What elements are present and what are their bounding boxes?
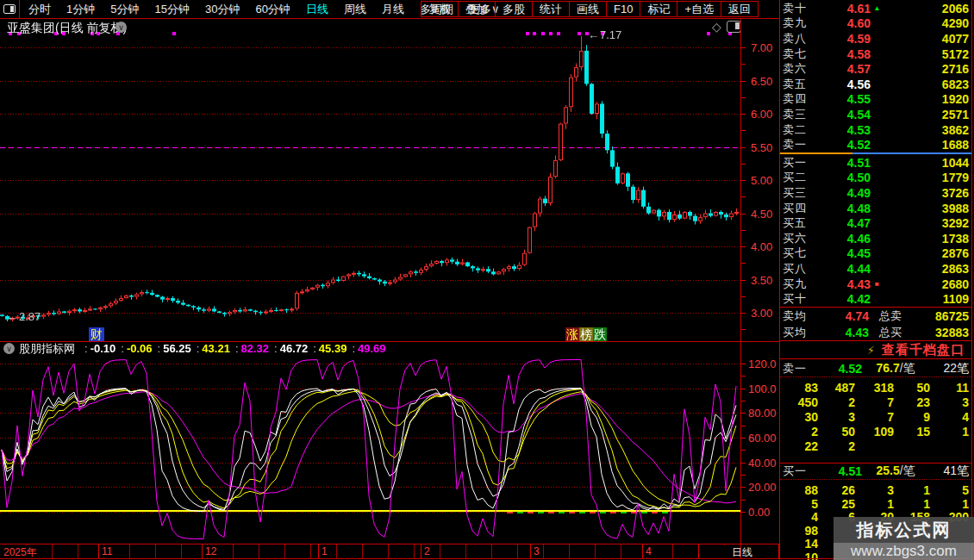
orderbook-row-卖一[interactable]: 卖一4.521688 (780, 137, 971, 152)
level-label: 卖九 (783, 16, 819, 31)
buy-levels: 买一4.511044买二4.501779买三4.493726买四4.483988… (780, 155, 971, 307)
level-volume: 4077 (883, 32, 971, 46)
queue-cell: 450 (780, 395, 818, 410)
queue-cell: 9 (894, 410, 930, 425)
time-tick (465, 544, 466, 558)
axis-tick (741, 280, 746, 281)
queue-cell: 30 (780, 410, 818, 425)
chevron-glyph: ∨ (6, 345, 12, 353)
orderbook-row-买七[interactable]: 买七4.452876 (780, 246, 971, 262)
level-label: 买二 (783, 170, 819, 185)
queue-cell: 3 (930, 395, 969, 410)
orderbook-row-买三[interactable]: 买三4.493726 (780, 185, 971, 201)
price-tick-label: 4.00 (751, 240, 772, 253)
diamond-icon[interactable]: ◇ (712, 20, 721, 34)
axis-tick (741, 81, 746, 82)
indicator-value: 46.72 (280, 342, 309, 355)
tool-button-标记[interactable]: 标记 (640, 1, 677, 17)
indicator-tick-label: 80.00 (748, 407, 777, 420)
queue-cell: 50 (894, 381, 930, 395)
queue-row: 222 (780, 439, 971, 454)
orderbook-row-卖四[interactable]: 卖四4.551920 (780, 92, 971, 108)
orderbook-row-卖七[interactable]: 卖七4.585172 (780, 47, 971, 62)
menu-item-日线[interactable]: 日线 (298, 2, 336, 17)
level-price: 4.45 (819, 246, 871, 260)
tool-button-返回[interactable]: 返回 (721, 1, 759, 17)
order-book-panel: 卖十4.61▲2066卖九4.604290卖八4.594077卖七4.58517… (780, 0, 971, 560)
ticker-cai-label[interactable]: 财 (89, 327, 104, 341)
axis-tick (741, 196, 746, 197)
indicator-value: -0.10 (91, 342, 116, 355)
level-label: 卖三 (783, 107, 819, 122)
buy-queue-header: 买一 4.51 25.5/笔 41笔 (780, 464, 971, 480)
queue-cell: 487 (818, 381, 855, 395)
window-icon[interactable] (0, 0, 20, 18)
axis-divider (0, 544, 780, 544)
tool-button-多股[interactable]: 多股 (495, 1, 533, 17)
tool-button-复权[interactable]: 复权 (421, 1, 459, 17)
level-price: 4.57 (819, 62, 871, 76)
axis-tick (741, 450, 746, 451)
menu-item-60分钟[interactable]: 60分钟 (247, 2, 297, 17)
indicator-chart[interactable] (0, 355, 741, 544)
main-candlestick-chart[interactable] (0, 34, 741, 342)
orderbook-row-卖九[interactable]: 卖九4.604290 (780, 16, 971, 32)
thousand-tier-link[interactable]: 查看千档盘口 (882, 342, 965, 358)
orderbook-row-卖三[interactable]: 卖三4.542571 (780, 107, 971, 122)
menu-item-周线[interactable]: 周线 (336, 2, 374, 17)
level-price: 4.58 (819, 47, 871, 61)
ticker-rank-label[interactable]: 涨榜跌 (565, 327, 607, 341)
tool-button-F10[interactable]: F10 (606, 1, 640, 17)
menu-item-5分钟[interactable]: 5分钟 (103, 2, 147, 17)
month-tick (642, 544, 643, 558)
orderbook-row-卖五[interactable]: 卖五4.566823 (780, 77, 971, 92)
level-volume: 2066 (883, 2, 971, 16)
tool-button-叠加[interactable]: 叠加 (458, 1, 496, 17)
chevron-down-icon[interactable]: ∨ (116, 22, 127, 33)
tool-button-画线[interactable]: 画线 (569, 1, 607, 17)
tool-button-统计[interactable]: 统计 (532, 1, 570, 17)
orderbook-row-买九[interactable]: 买九4.43■2680 (780, 277, 971, 292)
orderbook-row-买六[interactable]: 买六4.461738 (780, 231, 971, 246)
queue-cell: 3 (855, 483, 894, 497)
time-tick (336, 544, 337, 558)
price-tick-label: 3.50 (751, 274, 772, 287)
menu-item-30分钟[interactable]: 30分钟 (197, 2, 247, 17)
queue-cell: 2 (818, 395, 855, 410)
axis-tick (741, 164, 746, 165)
low-value: 2.87 (19, 310, 41, 323)
orderbook-row-卖十[interactable]: 卖十4.61▲2066 (780, 1, 971, 16)
menu-item-1分钟[interactable]: 1分钟 (59, 2, 103, 17)
low-annotation: ←2.87 (7, 310, 41, 323)
orderbook-row-买一[interactable]: 买一4.511044 (780, 155, 971, 171)
month-tick (202, 544, 203, 558)
menu-item-分时[interactable]: 分时 (21, 2, 59, 17)
level-volume: 1779 (883, 171, 971, 184)
page-title: 亚盛集团(日线 前复权) (7, 21, 127, 36)
orderbook-row-买八[interactable]: 买八4.442863 (780, 261, 971, 277)
orderbook-row-买四[interactable]: 买四4.483988 (780, 201, 971, 216)
orderbook-row-买十[interactable]: 买十4.421109 (780, 291, 971, 307)
chart-header: 亚盛集团(日线 前复权) ∨ ◇ (0, 19, 740, 34)
level-label: 卖七 (783, 47, 819, 62)
level-label: 买四 (783, 201, 819, 216)
level-label: 卖八 (783, 31, 819, 47)
level-volume: 3988 (883, 202, 971, 215)
time-tick (621, 544, 621, 558)
menu-item-月线[interactable]: 月线 (374, 2, 412, 17)
orderbook-row-卖八[interactable]: 卖八4.594077 (780, 31, 971, 47)
menu-item-15分钟[interactable]: 15分钟 (147, 2, 197, 17)
indicator-value: 56.25 (163, 342, 191, 355)
orderbook-row-卖六[interactable]: 卖六4.572716 (780, 61, 971, 77)
chevron-down-icon[interactable]: ∨ (3, 343, 15, 354)
orderbook-row-买五[interactable]: 买五4.473292 (780, 215, 971, 231)
tool-button-+自选[interactable]: +自选 (677, 1, 721, 17)
avg-summary: 卖均 4.74 总卖 86725 买均 4.43 总买 32883 (780, 307, 971, 341)
orderbook-row-卖二[interactable]: 卖二4.533862 (780, 122, 971, 138)
axis-tick (741, 487, 746, 488)
tdx-app: 分时1分钟5分钟15分钟30分钟60分钟日线周线月线多周期更多∨ 复权叠加多股统… (0, 0, 974, 560)
orderbook-row-买二[interactable]: 买二4.501779 (780, 171, 971, 186)
level-label: 买九 (783, 277, 819, 292)
level-price: 4.60 (819, 16, 871, 30)
page-icon[interactable] (727, 21, 741, 33)
